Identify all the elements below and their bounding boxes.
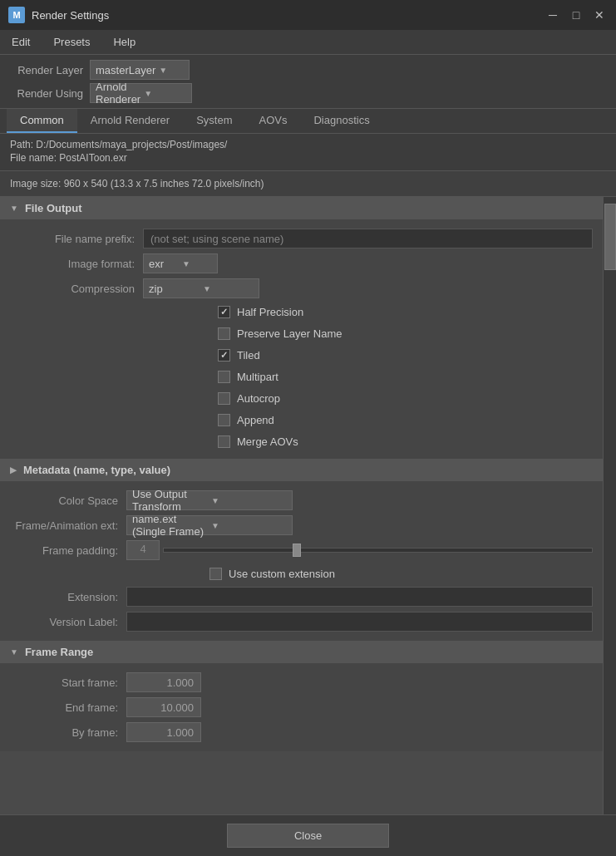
- frame-range-header[interactable]: ▼ Frame Range: [0, 641, 603, 663]
- menu-bar: Edit Presets Help: [0, 30, 616, 55]
- close-button[interactable]: Close: [227, 824, 389, 848]
- menu-presets[interactable]: Presets: [48, 34, 95, 50]
- custom-ext-row: Use custom extension: [200, 563, 603, 584]
- scrollbar-thumb[interactable]: [604, 204, 616, 270]
- custom-ext-checkbox[interactable]: [209, 568, 222, 580]
- close-bar: Close: [0, 814, 616, 856]
- extension-label: Extension:: [10, 591, 126, 603]
- compression-value: zip: [149, 283, 200, 295]
- render-layer-value: masterLayer: [96, 64, 155, 76]
- scrollbar[interactable]: [603, 197, 616, 814]
- tab-aovs[interactable]: AOVs: [245, 109, 300, 133]
- frame-range-arrow: ▼: [10, 647, 18, 657]
- minimize-button[interactable]: ─: [545, 7, 561, 23]
- tab-common[interactable]: Common: [7, 109, 77, 133]
- render-layer-arrow: ▼: [159, 66, 184, 75]
- scroll-inner: ▼ File Output File name prefix: Image fo…: [0, 197, 603, 814]
- file-output-title: File Output: [25, 202, 82, 214]
- start-frame-label: Start frame:: [10, 676, 126, 689]
- frame-padding-row: Frame padding: 4: [0, 538, 603, 563]
- color-space-dropdown[interactable]: Use Output Transform ▼: [126, 490, 293, 510]
- autocrop-label: Autocrop: [237, 392, 280, 405]
- title-bar-left: M Render Settings: [8, 7, 109, 23]
- tiled-checkbox[interactable]: ✓: [218, 349, 230, 362]
- close-window-button[interactable]: ✕: [591, 7, 608, 23]
- compression-label: Compression: [10, 283, 143, 295]
- extension-row: Extension:: [0, 584, 603, 609]
- append-checkbox[interactable]: [218, 414, 230, 426]
- format-value: exr: [149, 258, 179, 270]
- frame-padding-slider[interactable]: [163, 548, 593, 553]
- frame-anim-label: Frame/Animation ext:: [10, 519, 126, 532]
- frame-range-section: Start frame: End frame: By frame:: [0, 663, 603, 751]
- autocrop-checkbox[interactable]: [218, 392, 230, 405]
- tab-bar: Common Arnold Renderer System AOVs Diagn…: [0, 109, 616, 134]
- preserve-layer-checkbox[interactable]: [218, 327, 230, 340]
- append-label: Append: [237, 414, 274, 426]
- format-row: Image format: exr ▼: [0, 251, 603, 276]
- frame-padding-label: Frame padding:: [10, 544, 126, 557]
- custom-ext-label: Use custom extension: [229, 568, 335, 580]
- file-output-header[interactable]: ▼ File Output: [0, 197, 603, 219]
- render-using-dropdown[interactable]: Arnold Renderer ▼: [90, 83, 192, 103]
- extension-input[interactable]: [126, 587, 593, 607]
- file-options-section: Color Space Use Output Transform ▼ Frame…: [0, 481, 603, 641]
- prefix-input[interactable]: [143, 229, 593, 248]
- slider-handle[interactable]: [293, 544, 301, 557]
- render-using-value: Arnold Renderer: [96, 81, 140, 106]
- compression-arrow: ▼: [203, 284, 254, 293]
- scrollable-area: ▼ File Output File name prefix: Image fo…: [0, 197, 616, 814]
- metadata-header[interactable]: ▶ Metadata (name, type, value): [0, 459, 603, 481]
- preserve-layer-row: Preserve Layer Name: [208, 322, 603, 344]
- format-arrow: ▼: [182, 259, 212, 268]
- multipart-checkbox[interactable]: [218, 371, 230, 383]
- half-precision-label: Half Precision: [237, 306, 303, 318]
- start-frame-input[interactable]: [126, 672, 201, 692]
- render-settings-panel: Render Layer masterLayer ▼ Render Using …: [0, 55, 616, 109]
- color-space-arrow: ▼: [211, 496, 287, 505]
- version-label-text: Version Label:: [10, 616, 126, 628]
- tab-diagnostics[interactable]: Diagnostics: [300, 109, 382, 133]
- render-layer-row: Render Layer masterLayer ▼: [8, 60, 608, 80]
- format-dropdown[interactable]: exr ▼: [143, 253, 218, 273]
- menu-help[interactable]: Help: [108, 34, 140, 50]
- prefix-label: File name prefix:: [10, 233, 143, 245]
- tab-arnold-renderer[interactable]: Arnold Renderer: [77, 109, 183, 133]
- half-precision-checkbox[interactable]: ✓: [218, 306, 230, 318]
- image-size-text: Image size: 960 x 540 (13.3 x 7.5 inches…: [10, 178, 264, 189]
- compression-dropdown[interactable]: zip ▼: [143, 278, 259, 298]
- title-bar: M Render Settings ─ □ ✕: [0, 0, 616, 30]
- frame-anim-row: Frame/Animation ext: name.ext (Single Fr…: [0, 513, 603, 538]
- merge-aovs-checkbox[interactable]: [218, 435, 230, 448]
- version-label-row: Version Label:: [0, 609, 603, 634]
- version-label-input[interactable]: [126, 612, 593, 632]
- maximize-button[interactable]: □: [568, 7, 584, 23]
- frame-anim-dropdown[interactable]: name.ext (Single Frame) ▼: [126, 515, 293, 535]
- autocrop-row: Autocrop: [208, 387, 603, 409]
- tab-system[interactable]: System: [183, 109, 245, 133]
- file-output-arrow: ▼: [10, 204, 18, 213]
- path-info: Path: D:/Documents/maya_projects/Post/im…: [0, 134, 616, 171]
- window-title: Render Settings: [32, 9, 109, 22]
- append-row: Append: [208, 409, 603, 430]
- multipart-label: Multipart: [237, 371, 278, 383]
- render-layer-dropdown[interactable]: masterLayer ▼: [90, 60, 190, 80]
- menu-edit[interactable]: Edit: [7, 34, 35, 50]
- tiled-label: Tiled: [237, 349, 260, 362]
- by-frame-row: By frame:: [0, 720, 603, 745]
- content-wrapper: ▼ File Output File name prefix: Image fo…: [0, 197, 616, 856]
- metadata-arrow: ▶: [10, 465, 17, 475]
- tiled-row: ✓ Tiled: [208, 344, 603, 366]
- image-size-bar: Image size: 960 x 540 (13.3 x 7.5 inches…: [0, 171, 616, 197]
- format-label: Image format:: [10, 258, 143, 270]
- end-frame-label: End frame:: [10, 701, 126, 714]
- end-frame-input[interactable]: [126, 697, 201, 717]
- by-frame-input[interactable]: [126, 722, 201, 742]
- render-layer-label: Render Layer: [8, 64, 83, 76]
- frame-padding-value: 4: [126, 540, 160, 560]
- color-space-value: Use Output Transform: [132, 488, 208, 513]
- prefix-row: File name prefix:: [0, 226, 603, 251]
- metadata-title: Metadata (name, type, value): [23, 464, 170, 476]
- path-text: Path: D:/Documents/maya_projects/Post/im…: [10, 139, 606, 150]
- render-settings-window: M Render Settings ─ □ ✕ Edit Presets Hel…: [0, 0, 616, 856]
